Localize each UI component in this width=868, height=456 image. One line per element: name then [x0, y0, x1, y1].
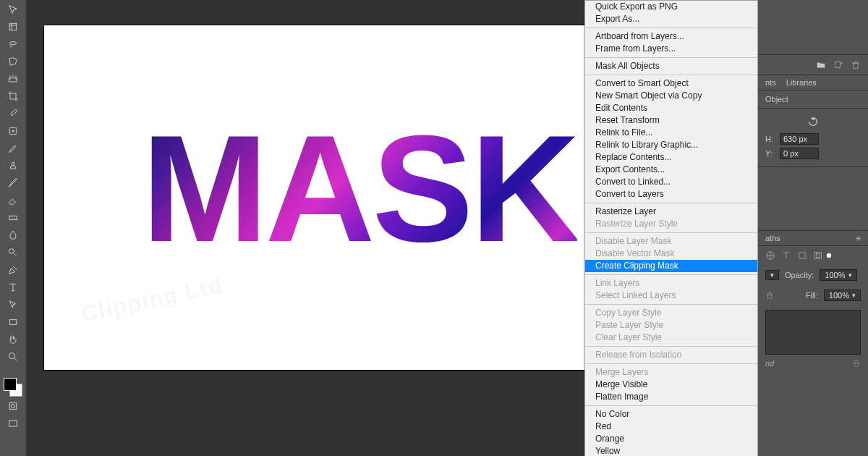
menu-item-convert-to-layers[interactable]: Convert to Layers	[585, 188, 757, 200]
spot-heal-tool[interactable]	[2, 123, 24, 139]
layers-icon-row	[758, 246, 868, 265]
menu-item-replace-contents[interactable]: Replace Contents...	[585, 151, 757, 164]
menu-item-export-contents[interactable]: Export Contents...	[585, 164, 757, 176]
rectangle-tool[interactable]	[2, 314, 24, 330]
menu-item-release-from-isolation: Release from Isolation	[585, 349, 757, 361]
layers-list-area[interactable]	[765, 310, 861, 355]
svg-rect-14	[817, 254, 820, 258]
smart-filter-icon[interactable]	[813, 250, 823, 261]
polygon-lasso-tool[interactable]	[2, 54, 24, 69]
layer-context-menu: Quick Export as PNGExport As...Artboard …	[584, 0, 758, 456]
shape-filter-icon[interactable]	[797, 250, 807, 261]
svg-rect-0	[9, 23, 16, 30]
lock-icon[interactable]	[765, 291, 774, 300]
quick-mask-toggle[interactable]	[2, 398, 24, 414]
document-canvas[interactable]: MASK Clipping Ltd	[43, 25, 676, 371]
svg-rect-9	[9, 421, 17, 426]
svg-rect-10	[835, 62, 840, 67]
menu-item-reset-transform[interactable]: Reset Transform	[585, 114, 757, 127]
opacity-input[interactable]: 100%▾	[820, 269, 856, 281]
move-tool[interactable]	[2, 1, 24, 17]
hand-tool[interactable]	[2, 332, 24, 347]
menu-separator	[585, 304, 757, 305]
lasso-tool[interactable]	[2, 36, 24, 52]
screen-mode-toggle[interactable]	[2, 415, 24, 431]
tab-paths-partial[interactable]: aths	[765, 234, 780, 242]
height-label: H:	[765, 135, 775, 143]
menu-item-clear-layer-style: Clear Layer Style	[585, 332, 757, 344]
menu-item-relink-to-file[interactable]: Relink to File...	[585, 127, 757, 139]
eyedropper-tool[interactable]	[2, 106, 24, 122]
properties-kind-label: Object	[765, 95, 861, 104]
menu-item-convert-to-smart-object[interactable]: Convert to Smart Object	[585, 77, 757, 90]
color-swatch[interactable]	[4, 378, 22, 397]
svg-rect-12	[799, 253, 805, 258]
menu-item-new-smart-object-via-copy[interactable]: New Smart Object via Copy	[585, 90, 757, 102]
gradient-tool[interactable]	[2, 210, 24, 226]
menu-item-flatten-image[interactable]: Flatten Image	[585, 391, 757, 403]
menu-item-merge-layers: Merge Layers	[585, 366, 757, 379]
menu-item-disable-layer-mask: Disable Layer Mask	[585, 235, 757, 248]
filter-pixel-icon[interactable]	[765, 250, 775, 261]
menu-item-edit-contents[interactable]: Edit Contents	[585, 102, 757, 114]
crop-tool[interactable]	[2, 88, 24, 104]
svg-point-6	[9, 353, 15, 359]
folder-icon[interactable]	[816, 60, 826, 70]
menu-separator	[585, 274, 757, 275]
layer-name-partial[interactable]: nd	[765, 359, 774, 368]
fill-label: Fill:	[806, 291, 818, 300]
y-input[interactable]	[780, 148, 819, 159]
new-doc-icon[interactable]	[833, 60, 843, 70]
height-input[interactable]	[780, 133, 819, 145]
menu-item-quick-export-as-png[interactable]: Quick Export as PNG	[585, 1, 757, 13]
dodge-tool[interactable]	[2, 245, 24, 261]
menu-item-red[interactable]: Red	[585, 421, 757, 433]
toolbar-spacer	[2, 366, 24, 373]
foreground-color-swatch[interactable]	[4, 378, 17, 391]
menu-item-orange[interactable]: Orange	[585, 433, 757, 445]
svg-point-4	[9, 249, 14, 254]
pen-tool[interactable]	[2, 262, 24, 278]
magic-wand-tool[interactable]	[2, 71, 24, 87]
blend-mode-chevron[interactable]: ▾	[765, 270, 779, 280]
menu-separator	[585, 28, 757, 28]
fill-input[interactable]: 100%▾	[824, 290, 861, 301]
artboard-tool[interactable]	[2, 19, 24, 35]
y-label: Y:	[765, 149, 775, 158]
menu-separator	[585, 203, 757, 203]
menu-item-rasterize-layer[interactable]: Rasterize Layer	[585, 206, 757, 218]
menu-item-artboard-from-layers[interactable]: Artboard from Layers...	[585, 30, 757, 43]
path-select-tool[interactable]	[2, 297, 24, 313]
svg-rect-1	[9, 78, 17, 82]
menu-item-export-as[interactable]: Export As...	[585, 13, 757, 25]
blur-tool[interactable]	[2, 227, 24, 243]
opacity-label: Opacity:	[785, 271, 814, 279]
zoom-tool[interactable]	[2, 349, 24, 365]
tab-properties-partial[interactable]: nts	[765, 78, 776, 87]
svg-rect-7	[9, 402, 16, 409]
type-filter-icon[interactable]	[781, 250, 791, 261]
mask-text-layer: MASK	[142, 101, 577, 276]
menu-item-relink-to-library-graphic[interactable]: Relink to Library Graphic...	[585, 139, 757, 151]
history-brush-tool[interactable]	[2, 175, 24, 191]
trash-icon[interactable]	[851, 60, 861, 70]
type-tool[interactable]	[2, 279, 24, 295]
menu-item-yellow[interactable]: Yellow	[585, 445, 757, 456]
eraser-tool[interactable]	[2, 193, 24, 208]
menu-item-mask-all-objects[interactable]: Mask All Objects	[585, 60, 757, 72]
menu-separator	[585, 232, 757, 233]
menu-item-disable-vector-mask: Disable Vector Mask	[585, 248, 757, 260]
menu-item-link-layers: Link Layers	[585, 277, 757, 290]
menu-item-copy-layer-style: Copy Layer Style	[585, 307, 757, 319]
tab-libraries[interactable]: Libraries	[786, 78, 817, 87]
menu-item-convert-to-linked[interactable]: Convert to Linked...	[585, 176, 757, 188]
menu-item-create-clipping-mask[interactable]: Create Clipping Mask	[585, 260, 757, 272]
reset-icon[interactable]	[806, 116, 820, 127]
menu-item-merge-visible[interactable]: Merge Visible	[585, 379, 757, 391]
menu-item-no-color[interactable]: No Color	[585, 408, 757, 421]
svg-rect-16	[767, 295, 772, 299]
svg-point-15	[827, 253, 831, 258]
menu-item-frame-from-layers[interactable]: Frame from Layers...	[585, 43, 757, 55]
clone-stamp-tool[interactable]	[2, 158, 24, 174]
brush-tool[interactable]	[2, 140, 24, 156]
